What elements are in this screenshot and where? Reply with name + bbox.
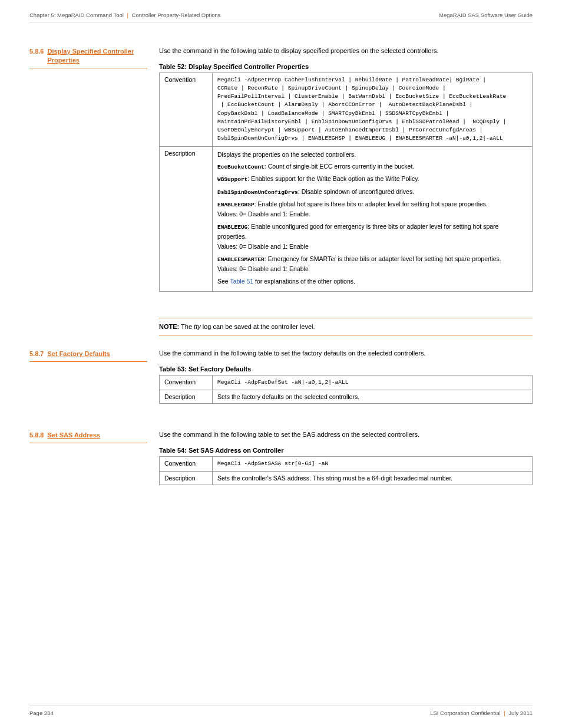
table52-label: Table 52: Display Specified Controller P… (159, 63, 533, 70)
desc-item-4: ENABLEEGHSP: Enable global hot spare is … (217, 199, 527, 219)
header-left: Chapter 5: MegaRAID Command Tool | Contr… (29, 12, 221, 18)
table-row: Convention MegaCli -AdpSetSASA str[0-64]… (160, 456, 533, 471)
description-label: Description (160, 390, 213, 404)
desc-item-3: DsblSpinDownUnConfigDrvs: Disable spindo… (217, 187, 527, 197)
convention-label: Convention (160, 456, 213, 471)
table-54: Convention MegaCli -AdpSetSASA str[0-64]… (159, 456, 533, 485)
description-label: Description (160, 146, 213, 292)
table51-link[interactable]: Table 51 (230, 278, 253, 285)
desc-item-7: See Table 51 for explanations of the oth… (217, 276, 527, 286)
convention-code: MegaCli -AdpGetProp CacheFlushInterval |… (213, 73, 533, 146)
table-row: Description Sets the factory defaults on… (160, 390, 533, 404)
section-586-intro: Use the command in the following table t… (159, 46, 533, 56)
section-587-left: 5.8.7 Set Factory Defaults (29, 348, 159, 413)
table54-label: Table 54: Set SAS Address on Controller (159, 447, 533, 454)
section-588: 5.8.8 Set SAS Address Use the command in… (29, 430, 533, 495)
section-586: 5.8.6 Display Specified ControllerProper… (29, 46, 533, 301)
table-53: Convention MegaCli -AdpFacDefSet -aN|-a0… (159, 375, 533, 404)
convention-code: MegaCli -AdpFacDefSet -aN|-a0,1,2|-aALL (213, 375, 533, 390)
section-586-left: 5.8.6 Display Specified ControllerProper… (29, 46, 159, 301)
convention-code: MegaCli -AdpSetSASA str[0-64] -aN (213, 456, 533, 471)
section-number-588: 5.8.8 (29, 431, 44, 439)
section-587: 5.8.7 Set Factory Defaults Use the comma… (29, 348, 533, 413)
note-label: NOTE: (159, 323, 179, 330)
section-title-588: Set SAS Address (47, 431, 100, 440)
table-row: Convention MegaCli -AdpGetProp CacheFlus… (160, 73, 533, 146)
header-right: MegaRAID SAS Software User Guide (439, 12, 533, 18)
section-number-587: 5.8.7 (29, 350, 44, 357)
section-587-intro: Use the command in the following table t… (159, 348, 533, 358)
page-container: Chapter 5: MegaRAID Command Tool | Contr… (0, 0, 562, 728)
description-label: Description (160, 471, 213, 485)
section-588-left: 5.8.8 Set SAS Address (29, 430, 159, 495)
page-header: Chapter 5: MegaRAID Command Tool | Contr… (29, 12, 533, 22)
table-row: Description Displays the properties on t… (160, 146, 533, 292)
table-52: Convention MegaCli -AdpGetProp CacheFlus… (159, 73, 533, 292)
desc-item-6: ENABLEESMARTER: Emergency for SMARTer is… (217, 254, 527, 274)
note-box: NOTE: The tty log can be saved at the co… (159, 318, 533, 335)
section-588-intro: Use the command in the following table t… (159, 430, 533, 440)
table53-label: Table 53: Set Factory Defaults (159, 365, 533, 373)
desc-item-5: ENABLEEUG: Enable unconfigured good for … (217, 222, 527, 252)
section-587-right: Use the command in the following table t… (159, 348, 533, 413)
section-title-587: Set Factory Defaults (47, 350, 110, 358)
convention-label: Convention (160, 375, 213, 390)
page-footer: Page 234 LSI Corporation Confidential | … (29, 706, 533, 716)
footer-right: LSI Corporation Confidential | July 2011 (430, 710, 533, 716)
footer-page: Page 234 (29, 710, 54, 716)
description-content: Sets the controller's SAS address. This … (213, 471, 533, 485)
section-588-right: Use the command in the following table t… (159, 430, 533, 495)
table-row: Convention MegaCli -AdpFacDefSet -aN|-a0… (160, 375, 533, 390)
description-content: Sets the factory defaults on the selecte… (213, 390, 533, 404)
section-number-586: 5.8.6 (29, 48, 44, 55)
desc-list: Displays the properties on the selected … (217, 150, 527, 286)
desc-item-1: EccBucketCount: Count of single-bit ECC … (217, 162, 527, 172)
note-section: NOTE: The tty log can be saved at the co… (159, 318, 533, 335)
section-title-586: Display Specified ControllerProperties (47, 47, 134, 65)
note-text: The tty log can be saved at the controll… (181, 323, 315, 330)
desc-intro: Displays the properties on the selected … (217, 150, 527, 160)
desc-item-2: WBSupport: Enables support for the Write… (217, 174, 527, 184)
convention-label: Convention (160, 73, 213, 146)
description-content: Displays the properties on the selected … (213, 146, 533, 292)
table-row: Description Sets the controller's SAS ad… (160, 471, 533, 485)
section-586-right: Use the command in the following table t… (159, 46, 533, 301)
